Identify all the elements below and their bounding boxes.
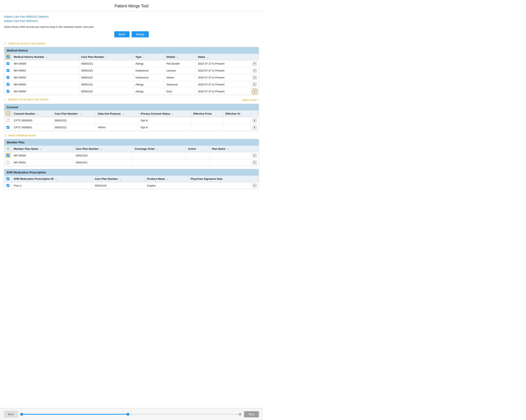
row-dropdown-button[interactable]: ▾ xyxy=(253,90,257,93)
member-plan-coverage-col: Coverage Order ⌄ xyxy=(133,146,186,152)
sort-icon: ⌄ xyxy=(177,56,178,58)
effective-to xyxy=(223,117,251,124)
consent-care-plan-col: Care Plan Number ⌄ xyxy=(52,110,96,117)
type: Intolerance xyxy=(133,67,164,74)
medical-history-select-all-col xyxy=(4,54,12,60)
select-individual-annotation: Select individual record xyxy=(4,133,259,138)
row-dropdown-button[interactable]: ▾ xyxy=(253,62,257,66)
ehr-care-plan-col: Care Plan Number ⌄ xyxy=(92,176,145,182)
row-dropdown-button[interactable]: ▾ xyxy=(253,76,257,80)
row-checkbox[interactable] xyxy=(7,126,10,129)
dates: 2022-07-27 to Present xyxy=(196,67,250,74)
medical-history-number: MH-00002 xyxy=(12,74,79,81)
effective-from xyxy=(191,124,223,131)
sort-icon: ⌄ xyxy=(46,56,47,58)
details: Pet Dander xyxy=(164,60,196,67)
row-action-cell: ▾ xyxy=(251,182,259,189)
action-buttons: Back Merge xyxy=(4,31,259,37)
medical-history-number: MH-00001 xyxy=(12,67,79,74)
instruction-text: Select those child records you want to k… xyxy=(4,25,259,28)
care-plan-number: 00001015 xyxy=(74,152,133,159)
row-dropdown-button[interactable]: ▾ xyxy=(253,119,257,122)
table-row: MH-00003 00001021 Allergy Seasonal 2022-… xyxy=(4,81,259,88)
consent-privacy-col: Privacy Consent Status ⌄ xyxy=(139,110,191,117)
details: Lactose xyxy=(164,67,196,74)
medical-history-select-all-checkbox[interactable] xyxy=(7,55,10,58)
type: Allergy xyxy=(133,81,164,88)
row-dropdown-button[interactable]: ▾ xyxy=(253,154,257,158)
row-dropdown-button[interactable]: ▾ xyxy=(253,184,257,188)
secondary-care-plan-link[interactable]: Kalytex Care Plan 00001015 xyxy=(4,19,259,23)
row-checkbox-cell xyxy=(4,60,12,67)
care-plan-number: 00001021 xyxy=(79,60,133,67)
care-plan-number: 00001021 xyxy=(79,74,133,81)
sort-icon: ⌄ xyxy=(55,178,57,180)
row-action-cell: ▾ xyxy=(251,74,259,81)
care-plan-number: 00001021 xyxy=(74,159,133,166)
member-plan-table: Member Plan Name ⌄ Care Plan Number ⌄ Co… xyxy=(4,146,259,166)
member-plan-minus-checkbox[interactable] xyxy=(7,147,10,150)
consent-minus-checkbox[interactable] xyxy=(7,112,10,115)
active xyxy=(186,159,210,166)
product-name: Kalytex xyxy=(145,182,189,189)
arrow-up-icon-2 xyxy=(4,97,7,102)
sort-icon: ⌄ xyxy=(156,148,158,150)
member-plan-header: Member Plan xyxy=(4,139,259,146)
ehr-medication-header: EHR Medication Prescription xyxy=(4,169,259,176)
data-use-purpose: HIPAA xyxy=(96,124,138,131)
row-checkbox[interactable] xyxy=(7,154,10,157)
view-record-annotation: View record ↑ xyxy=(242,98,259,102)
consent-header: Consent xyxy=(4,104,259,110)
table-row: MH-00001 00001021 Intolerance Lactose 20… xyxy=(4,67,259,74)
ehr-prescription-id: Pres-1 xyxy=(12,182,92,189)
ehr-physician-date-col: Physician Signature Date xyxy=(188,176,250,182)
sort-icon: ⌄ xyxy=(119,178,121,180)
ehr-medication-section: EHR Medication Prescription EHR Medicati… xyxy=(4,169,259,189)
coverage-order xyxy=(133,159,186,166)
row-checkbox-cell xyxy=(4,88,12,95)
row-dropdown-button[interactable]: ▾ xyxy=(253,69,257,72)
table-row: MP-00001 00001021 ▾ xyxy=(4,159,259,166)
merge-button[interactable]: Merge xyxy=(132,31,149,37)
row-dropdown-button[interactable]: ▾ xyxy=(253,125,257,129)
row-action-cell: ▾ xyxy=(251,81,259,88)
row-checkbox[interactable] xyxy=(7,83,10,86)
row-checkbox-cell xyxy=(4,81,12,88)
row-checkbox[interactable] xyxy=(7,119,10,122)
care-plan-number-col: Care Plan Number ⌄ xyxy=(79,54,133,60)
row-checkbox[interactable] xyxy=(7,161,10,164)
sort-icon: ⌄ xyxy=(227,148,229,150)
details: Seasonal xyxy=(164,81,196,88)
master-care-plan-link[interactable]: Kalytex Care Plan 00001021 (Master) xyxy=(4,15,259,19)
row-checkbox[interactable] xyxy=(7,184,10,187)
row-checkbox[interactable] xyxy=(7,69,10,72)
table-row: MH-00004 00001021 Allergy Dust 2022-07-2… xyxy=(4,88,259,95)
row-dropdown-button[interactable]: ▾ xyxy=(253,82,257,86)
ehr-medication-table: EHR Medication Prescription ID ⌄ Care Pl… xyxy=(4,176,259,189)
dates-col: Dates ⌄ xyxy=(196,54,250,60)
ehr-select-all-checkbox[interactable] xyxy=(7,177,10,180)
care-plan-number: 00001021 xyxy=(79,67,133,74)
action-col xyxy=(251,54,259,60)
back-button[interactable]: Back xyxy=(114,31,130,37)
member-plan-care-plan-col: Care Plan Number ⌄ xyxy=(74,146,133,152)
row-checkbox[interactable] xyxy=(7,90,10,93)
row-checkbox[interactable] xyxy=(7,76,10,79)
row-checkbox-cell xyxy=(4,182,12,189)
plan-name xyxy=(210,159,251,166)
sort-icon: ⌄ xyxy=(207,56,208,58)
medical-history-header: Medical History xyxy=(4,47,259,54)
dates: 2022-07-27 to Present xyxy=(196,60,250,67)
row-checkbox-cell xyxy=(4,117,12,124)
row-checkbox-cell xyxy=(4,124,12,131)
consent-select-col xyxy=(4,110,12,117)
row-checkbox-cell xyxy=(4,67,12,74)
sort-icon: ⌄ xyxy=(167,178,168,180)
physician-signature-date xyxy=(188,182,250,189)
row-action-cell: ▾ xyxy=(251,88,259,95)
row-checkbox[interactable] xyxy=(7,62,10,65)
row-action-cell: ▾ xyxy=(251,159,259,166)
row-dropdown-button[interactable]: ▾ xyxy=(253,160,257,164)
sort-icon: ⌄ xyxy=(106,56,108,58)
medical-history-number: MH-00003 xyxy=(12,81,79,88)
